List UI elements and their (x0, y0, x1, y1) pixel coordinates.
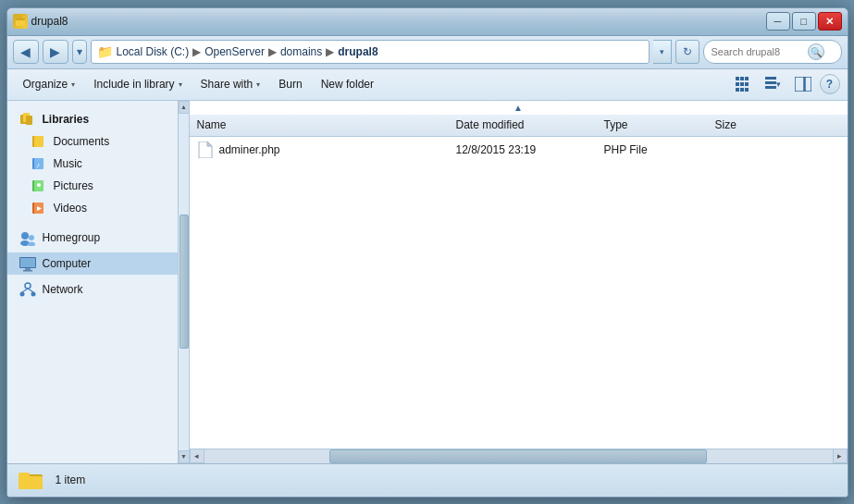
h-scroll-right-button[interactable]: ▸ (833, 449, 848, 463)
svg-point-39 (25, 283, 31, 289)
address-field[interactable]: 📁 Local Disk (C:) ▶ OpenServer ▶ domains… (91, 40, 650, 64)
h-scroll-thumb[interactable] (329, 449, 706, 463)
status-folder-icon (19, 467, 44, 493)
close-button[interactable]: ✕ (818, 12, 842, 31)
window-title: drupal8 (31, 15, 68, 28)
file-name-cell: adminer.php (193, 141, 452, 158)
search-input[interactable] (712, 46, 804, 57)
sidebar-scroll-up-button[interactable]: ▲ (179, 101, 190, 114)
documents-label: Documents (54, 135, 110, 148)
title-bar: drupal8 ─ □ ✕ (7, 8, 848, 36)
svg-rect-12 (765, 77, 776, 80)
svg-marker-45 (207, 141, 212, 146)
sidebar-item-music[interactable]: ♪ Music (7, 153, 178, 175)
search-field: 🔍 (703, 40, 842, 64)
h-scroll-track (204, 449, 833, 463)
homegroup-icon (19, 228, 37, 247)
file-header: Name Date modified Type Size (190, 115, 848, 137)
sidebar-item-computer[interactable]: Computer (7, 252, 178, 275)
include-library-arrow-icon: ▾ (179, 80, 182, 89)
sidebar-item-documents[interactable]: Documents (7, 130, 178, 153)
address-bar-row: ◀ ▶ ▾ 📁 Local Disk (C:) ▶ OpenServer ▶ d… (7, 36, 848, 69)
view-dropdown-button[interactable]: ▾ (761, 72, 786, 96)
h-scroll-left-button[interactable]: ◂ (190, 449, 204, 463)
search-button[interactable]: 🔍 (808, 43, 824, 60)
organize-button[interactable]: Organize ▾ (15, 72, 84, 96)
svg-rect-37 (25, 268, 31, 270)
svg-point-41 (31, 291, 35, 296)
burn-button[interactable]: Burn (270, 72, 310, 96)
toolbar-right: ▾ ? (731, 72, 840, 96)
music-icon: ♪ (30, 154, 48, 173)
organize-arrow-icon: ▾ (71, 80, 75, 89)
path-drupal8: drupal8 (338, 45, 377, 58)
status-item-count: 1 item (56, 473, 86, 486)
sidebar-scroll-down-button[interactable]: ▼ (179, 450, 190, 463)
title-bar-controls: ─ □ ✕ (766, 12, 842, 31)
svg-point-32 (29, 235, 34, 240)
sidebar-item-network[interactable]: Network (7, 278, 178, 301)
sidebar-item-pictures[interactable]: Pictures (7, 175, 178, 197)
toolbar: Organize ▾ Include in library ▾ Share wi… (7, 69, 848, 101)
view-list-button[interactable] (731, 72, 757, 96)
pictures-icon (30, 177, 48, 195)
new-folder-button[interactable]: New folder (313, 72, 382, 96)
address-dropdown-button[interactable]: ▾ (653, 40, 672, 64)
col-header-name[interactable]: Name (193, 118, 452, 131)
sidebar-item-homegroup[interactable]: Homegroup (7, 227, 178, 249)
svg-rect-4 (740, 77, 744, 80)
table-row[interactable]: adminer.php 12/8/2015 23:19 PHP File (190, 137, 848, 163)
include-library-button[interactable]: Include in library ▾ (85, 72, 190, 96)
file-icon (197, 141, 214, 158)
svg-point-40 (19, 291, 24, 296)
videos-icon (30, 199, 48, 217)
documents-icon (30, 132, 48, 151)
videos-label: Videos (54, 202, 87, 215)
sidebar-item-videos[interactable]: Videos (7, 197, 178, 219)
file-area: ▲ Name Date modified Type Size (190, 101, 848, 463)
svg-rect-14 (765, 86, 776, 89)
col-header-type[interactable]: Type (600, 118, 712, 131)
path-openserver: OpenServer (204, 45, 265, 58)
minimize-button[interactable]: ─ (766, 12, 790, 31)
horizontal-scrollbar: ◂ ▸ (190, 449, 848, 463)
libraries-icon (19, 110, 37, 129)
svg-rect-5 (745, 77, 749, 80)
share-with-button[interactable]: Share with ▾ (192, 72, 269, 96)
svg-rect-2 (19, 17, 22, 19)
file-date-cell: 12/8/2015 23:19 (452, 143, 600, 156)
help-button[interactable]: ? (820, 74, 840, 94)
svg-rect-6 (736, 82, 739, 86)
svg-line-42 (22, 289, 28, 292)
sidebar-scroll-thumb[interactable] (179, 215, 189, 350)
sidebar-scrollbar: ▲ ▼ (179, 101, 190, 463)
title-bar-left: drupal8 (13, 14, 68, 29)
svg-rect-10 (740, 88, 744, 92)
path-domains: domains (280, 45, 322, 58)
pictures-label: Pictures (54, 179, 93, 192)
col-header-date[interactable]: Date modified (452, 118, 600, 131)
sidebar-item-libraries[interactable]: Libraries (7, 108, 178, 130)
svg-rect-16 (805, 77, 811, 92)
path-local-disk: Local Disk (C:) (117, 45, 190, 58)
svg-rect-9 (736, 88, 739, 92)
forward-button[interactable]: ▶ (43, 40, 68, 64)
refresh-button[interactable]: ↻ (675, 40, 699, 64)
file-type-cell: PHP File (600, 143, 712, 156)
sidebar: Libraries Documents ♪ (7, 101, 179, 463)
col-header-size[interactable]: Size (712, 118, 786, 131)
back-button[interactable]: ◀ (13, 40, 39, 64)
preview-pane-button[interactable] (790, 72, 816, 96)
sidebar-scroll-track (179, 114, 189, 450)
maximize-button[interactable]: □ (792, 12, 816, 31)
computer-icon (19, 254, 37, 273)
address-folder-icon: 📁 (97, 44, 113, 59)
file-list: adminer.php 12/8/2015 23:19 PHP File (190, 137, 848, 449)
sort-up-icon[interactable]: ▲ (514, 103, 523, 113)
svg-point-31 (21, 232, 29, 240)
homegroup-label: Homegroup (43, 231, 101, 244)
window-icon (13, 14, 28, 29)
computer-label: Computer (43, 257, 92, 270)
svg-rect-8 (745, 82, 749, 86)
nav-dropdown-button[interactable]: ▾ (72, 40, 87, 64)
